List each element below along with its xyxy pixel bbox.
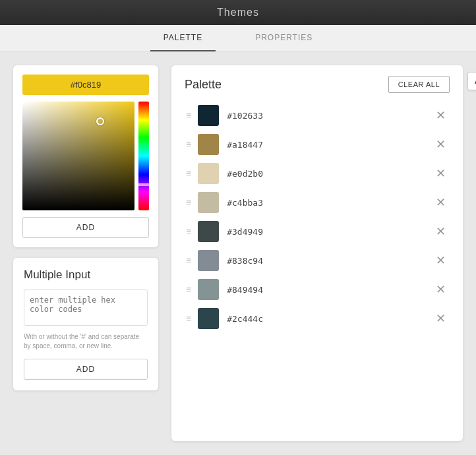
remove-color-button[interactable]: ✕ — [433, 313, 448, 324]
drag-handle-icon[interactable]: ≡ — [186, 197, 191, 208]
color-swatch[interactable] — [198, 163, 219, 184]
app-title: Themes — [217, 7, 259, 18]
tabs-bar: PALETTE PROPERTIES — [0, 25, 476, 52]
color-swatch[interactable] — [198, 250, 219, 271]
color-swatch[interactable] — [198, 308, 219, 329]
color-hex-label: #838c94 — [227, 256, 433, 266]
palette-title: Palette — [185, 78, 222, 92]
gradient-circle — [96, 117, 104, 125]
main-content: #f0c819 ADD Multiple Input With or witho… — [0, 52, 476, 454]
palette-list: ≡ #102633 ✕ ≡ #a18447 ✕ ≡ #e0d2b0 ✕ ≡ #c… — [185, 102, 450, 332]
clear-all-button[interactable]: CLEAR ALL — [388, 76, 450, 93]
remove-color-button[interactable]: ✕ — [433, 284, 448, 295]
palette-item: ≡ #c4bba3 ✕ — [185, 189, 450, 216]
color-hex-label: #3d4949 — [227, 227, 433, 237]
palette-item: ≡ #a18447 ✕ — [185, 131, 450, 158]
remove-color-button[interactable]: ✕ — [433, 109, 448, 121]
remove-color-button[interactable]: ✕ — [433, 255, 448, 266]
right-panel-wrapper: Palette CLEAR ALL ≡ #102633 ✕ ≡ #a18447 … — [171, 65, 463, 441]
multiple-input-card: Multiple Input With or without the '#' a… — [13, 258, 158, 390]
color-picker-area[interactable] — [22, 102, 149, 210]
left-panel: #f0c819 ADD Multiple Input With or witho… — [13, 65, 158, 441]
ads-button[interactable]: Ads — [467, 72, 476, 90]
color-picker-card: #f0c819 ADD — [13, 65, 158, 247]
color-hex-label: #849494 — [227, 285, 433, 295]
palette-item: ≡ #e0d2b0 ✕ — [185, 160, 450, 187]
color-hex-label: #a18447 — [227, 140, 433, 150]
drag-handle-icon[interactable]: ≡ — [186, 284, 191, 295]
color-hex-label: #102633 — [227, 111, 433, 121]
remove-color-button[interactable]: ✕ — [433, 167, 448, 179]
color-swatch[interactable] — [198, 279, 219, 300]
palette-item: ≡ #102633 ✕ — [185, 102, 450, 129]
palette-panel: Palette CLEAR ALL ≡ #102633 ✕ ≡ #a18447 … — [171, 65, 463, 441]
color-hex-label: #2c444c — [227, 314, 433, 324]
title-bar: Themes — [0, 0, 476, 25]
palette-item: ≡ #838c94 ✕ — [185, 247, 450, 274]
palette-item: ≡ #849494 ✕ — [185, 276, 450, 303]
hue-indicator — [138, 183, 149, 186]
drag-handle-icon[interactable]: ≡ — [186, 110, 191, 121]
palette-header: Palette CLEAR ALL — [185, 76, 450, 93]
remove-color-button[interactable]: ✕ — [433, 226, 448, 237]
multiple-input-title: Multiple Input — [24, 268, 148, 282]
tab-palette[interactable]: PALETTE — [150, 25, 216, 51]
remove-color-button[interactable]: ✕ — [433, 138, 448, 150]
drag-handle-icon[interactable]: ≡ — [186, 168, 191, 179]
color-swatch[interactable] — [198, 221, 219, 242]
multiple-input-textarea[interactable] — [24, 289, 148, 326]
palette-item: ≡ #2c444c ✕ — [185, 305, 450, 332]
drag-handle-icon[interactable]: ≡ — [186, 226, 191, 237]
hue-strip[interactable] — [138, 102, 149, 210]
remove-color-button[interactable]: ✕ — [433, 197, 448, 208]
color-hex-label: #e0d2b0 — [227, 169, 433, 179]
color-hex-display: #f0c819 — [22, 75, 149, 95]
drag-handle-icon[interactable]: ≡ — [186, 255, 191, 266]
gradient-box[interactable] — [22, 102, 134, 210]
color-swatch[interactable] — [198, 192, 219, 213]
add-color-button[interactable]: ADD — [22, 217, 149, 238]
color-swatch[interactable] — [198, 134, 219, 155]
drag-handle-icon[interactable]: ≡ — [186, 139, 191, 150]
tab-properties[interactable]: PROPERTIES — [242, 25, 326, 51]
color-hex-label: #c4bba3 — [227, 198, 433, 208]
multiple-input-hint: With or without the '#' and can separate… — [24, 332, 148, 351]
color-swatch[interactable] — [198, 105, 219, 126]
palette-item: ≡ #3d4949 ✕ — [185, 218, 450, 245]
drag-handle-icon[interactable]: ≡ — [186, 313, 191, 324]
add-multiple-button[interactable]: ADD — [24, 359, 148, 380]
